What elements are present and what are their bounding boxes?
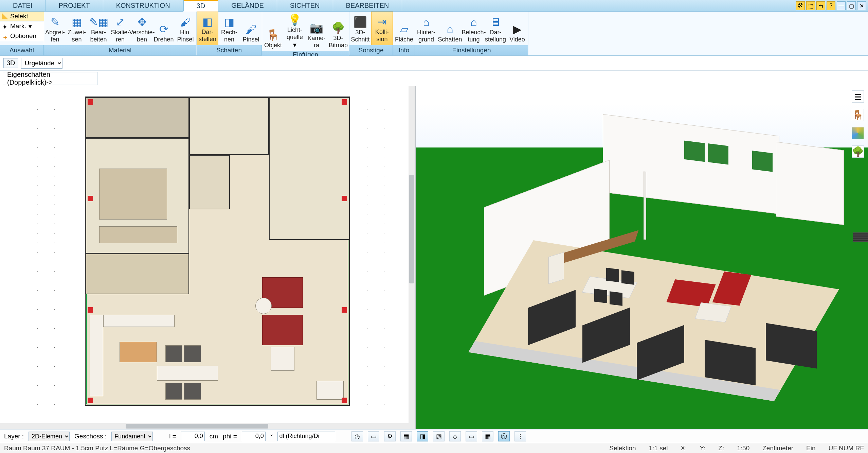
btn-pinsel[interactable]: 🖌Pinsel <box>240 12 262 45</box>
group-sonstige: ⬛3D- Schnitt ⇥Kolli- sion Sonstige <box>349 12 393 55</box>
btn-3dbitmap[interactable]: 🌳3D- Bitmap <box>327 12 349 51</box>
tools-icon[interactable]: 🛠 <box>796 1 805 10</box>
minimize-icon[interactable]: — <box>837 1 846 10</box>
panel-grip[interactable] <box>853 232 868 242</box>
btn-skalieren[interactable]: ⤢Skalie- ren <box>109 12 131 45</box>
brush-icon: 🖌 <box>244 22 258 36</box>
length-input[interactable] <box>181 432 205 441</box>
scrollbar-vertical[interactable] <box>409 86 415 429</box>
status-y: Y: <box>700 445 705 452</box>
status-selection: Selektion <box>609 445 636 452</box>
btn-optionen[interactable]: ＋Optionen <box>0 31 44 41</box>
dimension-rail <box>367 100 367 406</box>
tab-projekt[interactable]: PROJEKT <box>46 0 103 11</box>
tool-hatch-icon[interactable]: ▧ <box>433 431 445 441</box>
tool-more-icon[interactable]: ⋮ <box>514 431 526 441</box>
btn-rechnen[interactable]: ◨Rech- nen <box>218 12 240 45</box>
tab-gelaende[interactable]: GELÄNDE <box>218 0 277 11</box>
tool-rhombus-icon[interactable]: ◇ <box>449 431 461 441</box>
btn-bearbeiten[interactable]: ✎▦Bear- beiten <box>88 12 109 45</box>
group-label-info: Info <box>393 45 415 55</box>
btn-einst-schatten[interactable]: ⌂Schatten <box>437 12 463 45</box>
geschoss-select[interactable]: Fundament <box>111 432 153 441</box>
tab-datei[interactable]: DATEI <box>0 0 46 11</box>
terrain-select[interactable]: Urgelände <box>21 58 62 69</box>
btn-beleuchtung[interactable]: ⌂Beleuch- tung <box>463 12 485 45</box>
play-icon: ▶ <box>510 22 524 36</box>
btn-hinpinsel[interactable]: 🖌Hin. Pinsel <box>175 12 196 45</box>
tool-shading-icon[interactable]: ◨ <box>417 431 428 441</box>
maximize-icon[interactable]: ▢ <box>847 1 856 10</box>
geschoss-label: Geschoss : <box>74 433 107 440</box>
length-label: l = <box>169 433 176 440</box>
btn-kamera[interactable]: 📷Kame- ra <box>306 12 327 51</box>
btn-flaeche[interactable]: ▱Fläche <box>393 12 415 45</box>
btn-video[interactable]: ▶Video <box>506 12 528 45</box>
status-ein: Ein <box>806 445 815 452</box>
group-label-auswahl: Auswahl <box>0 45 44 55</box>
viewport-3d[interactable]: ≣ 🪑 🌳 <box>416 86 868 429</box>
eyedrop-icon: ✎ <box>48 15 62 29</box>
btn-objekt[interactable]: 🪑Objekt <box>262 12 284 51</box>
tab-bearbeiten[interactable]: BEARBEITEN <box>333 0 402 11</box>
btn-darstellen[interactable]: ◧Dar- stellen <box>197 12 218 45</box>
btn-3dschnitt[interactable]: ⬛3D- Schnitt <box>349 12 371 45</box>
btn-kollision[interactable]: ⇥Kolli- sion <box>371 12 393 45</box>
palette-icon[interactable] <box>852 127 864 139</box>
properties-hint[interactable]: Eigenschaften (Doppelklick)-> <box>3 72 98 85</box>
floor-plan[interactable] <box>85 97 350 406</box>
btn-selekt[interactable]: Selekt <box>0 12 44 21</box>
layers-icon[interactable]: ≣ <box>852 90 864 103</box>
btn-einst-darstellung[interactable]: 🖥Dar- stellung <box>485 12 506 45</box>
plus-icon: ＋ <box>2 33 8 39</box>
dimension-rail <box>384 100 384 406</box>
group-label-schatten: Schatten <box>197 45 262 55</box>
phi-label: phi = <box>223 433 237 440</box>
tab-3d[interactable]: 3D <box>183 0 219 12</box>
status-ratio: 1:1 sel <box>649 445 668 452</box>
status-x: X: <box>681 445 687 452</box>
status-unit: Zentimeter <box>762 445 793 452</box>
close-icon[interactable]: ✕ <box>857 1 866 10</box>
btn-mark[interactable]: ✦Mark.▾ <box>0 21 44 31</box>
help-icon[interactable]: ? <box>827 1 835 10</box>
tool-plane-icon[interactable]: ▭ <box>466 431 477 441</box>
camera-icon: 📷 <box>310 21 323 35</box>
direction-input[interactable] <box>277 432 335 441</box>
tool-clock-icon[interactable]: ◷ <box>351 431 363 441</box>
group-info: ▱Fläche Info <box>393 12 415 55</box>
deg-label: ° <box>270 433 273 440</box>
tool-layers2-icon[interactable]: ▦ <box>400 431 412 441</box>
swap-icon[interactable]: ⇆ <box>816 1 825 10</box>
phi-input[interactable] <box>242 432 266 441</box>
scrollbar-horizontal[interactable] <box>0 423 415 429</box>
layer-select[interactable]: 2D-Elemen <box>29 432 70 441</box>
status-room: Raum Raum 37 RAUM - 1.5cm Putz L=Räume G… <box>4 445 190 452</box>
btn-lichtquelle[interactable]: 💡Licht- quelle▾ <box>284 12 306 51</box>
status-scale: 1:50 <box>737 445 749 452</box>
ribbon: Selekt ✦Mark.▾ ＋Optionen Auswahl ✎Abgrei… <box>0 12 868 56</box>
move-icon: ✥ <box>135 15 149 29</box>
status-caps: UF NUM RF <box>829 445 864 452</box>
btn-hintergrund[interactable]: ⌂Hinter- grund <box>415 12 437 45</box>
btn-abgreifen[interactable]: ✎Abgrei- fen <box>44 12 66 45</box>
group-schatten: ◧Dar- stellen ◨Rech- nen 🖌Pinsel Schatte… <box>197 12 262 55</box>
chair-icon[interactable]: 🪑 <box>852 109 864 121</box>
group-material: ✎Abgrei- fen ▦Zuwei- sen ✎▦Bear- beiten … <box>44 12 197 55</box>
tab-sichten[interactable]: SICHTEN <box>277 0 333 11</box>
group-einfuegen: 🪑Objekt 💡Licht- quelle▾ 📷Kame- ra 🌳3D- B… <box>262 12 349 55</box>
window-icon[interactable]: ⬚ <box>806 1 815 10</box>
assign-icon: ▦ <box>70 15 84 29</box>
tool-grid-icon[interactable]: ▦ <box>482 431 493 441</box>
tool-north-icon[interactable]: Ⓝ <box>498 431 510 441</box>
btn-verschieben[interactable]: ✥Verschie- ben <box>131 12 153 45</box>
viewport-2d[interactable] <box>0 86 416 429</box>
group-label-einstellungen: Einstellungen <box>415 45 528 55</box>
btn-drehen[interactable]: ⟳Drehen <box>153 12 175 45</box>
tab-konstruktion[interactable]: KONSTRUKTION <box>103 0 183 11</box>
monitor-icon: 🖥 <box>489 15 502 29</box>
tool-screen-icon[interactable]: ▭ <box>368 431 379 441</box>
tool-gear-icon[interactable]: ⚙ <box>384 431 396 441</box>
tree-icon[interactable]: 🌳 <box>852 145 864 158</box>
btn-zuweisen[interactable]: ▦Zuwei- sen <box>66 12 88 45</box>
